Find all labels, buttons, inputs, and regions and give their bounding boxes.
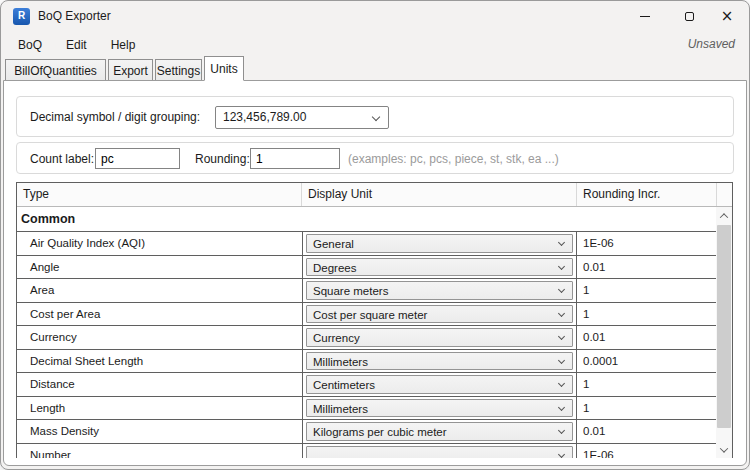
chevron-down-icon — [558, 262, 565, 269]
table-row[interactable]: Decimal Sheet Length Millimeters 0.0001 — [17, 349, 716, 373]
unsaved-status: Unsaved — [688, 37, 735, 51]
column-header-filler — [717, 183, 732, 206]
table-row[interactable]: Distance Centimeters 1 — [17, 372, 716, 396]
row-display-unit-label: Cost per square meter — [313, 309, 427, 321]
chevron-down-icon — [720, 444, 728, 452]
table-row[interactable]: Length Millimeters 1 — [17, 396, 716, 420]
row-display-unit-dropdown[interactable]: Degrees — [306, 258, 573, 277]
chevron-down-icon — [558, 333, 565, 340]
menu-boq[interactable]: BoQ — [13, 35, 47, 55]
row-display-unit-label: Degrees — [313, 262, 356, 274]
row-type[interactable]: Currency — [17, 326, 302, 349]
row-rounding[interactable]: 0.01 — [578, 420, 717, 443]
menu-edit[interactable]: Edit — [61, 35, 92, 55]
row-type[interactable]: Angle — [17, 256, 302, 279]
row-rounding[interactable]: 0.01 — [578, 326, 717, 349]
maximize-button[interactable] — [673, 1, 705, 31]
scroll-down-button[interactable] — [716, 441, 732, 458]
count-groupbox: Count label: Rounding: (examples: pc, pc… — [16, 142, 734, 174]
table-row[interactable]: Mass Density Kilograms per cubic meter 0… — [17, 419, 716, 443]
row-type[interactable]: Mass Density — [17, 420, 302, 443]
row-display-unit-dropdown[interactable]: Cost per square meter — [306, 305, 573, 324]
app-icon: R — [13, 8, 30, 25]
rounding-label: Rounding: — [195, 152, 250, 166]
decimal-grouping-combobox[interactable]: 123,456,789.00 — [215, 106, 389, 129]
maximize-icon — [685, 12, 694, 21]
minimize-button[interactable] — [629, 1, 661, 31]
decimal-grouping-value: 123,456,789.00 — [223, 110, 306, 124]
table-row[interactable]: Currency Currency 0.01 — [17, 325, 716, 349]
vertical-scrollbar[interactable] — [716, 207, 732, 458]
row-rounding[interactable]: 1E-06 — [578, 444, 717, 459]
row-display-unit-cell: Degrees — [302, 256, 577, 279]
count-label-input[interactable] — [95, 148, 180, 169]
row-rounding[interactable]: 1 — [578, 397, 717, 420]
row-display-unit-dropdown[interactable]: Square meters — [306, 281, 573, 300]
chevron-down-icon — [558, 380, 565, 387]
row-display-unit-dropdown[interactable]: Centimeters — [306, 375, 573, 394]
tab-settings[interactable]: Settings — [155, 59, 202, 81]
row-display-unit-label: Centimeters — [313, 379, 375, 391]
row-display-unit-cell: General — [302, 232, 577, 255]
column-header-rounding-incr: Rounding Incr. — [577, 183, 717, 206]
grid-header: Type Display Unit Rounding Incr. — [17, 183, 732, 207]
table-row[interactable]: Cost per Area Cost per square meter 1 — [17, 302, 716, 326]
row-display-unit-label: Kilograms per cubic meter — [313, 426, 447, 438]
row-rounding[interactable]: 0.0001 — [578, 350, 717, 373]
table-row[interactable]: Area Square meters 1 — [17, 278, 716, 302]
row-display-unit-dropdown[interactable]: Currency — [306, 328, 573, 347]
row-rounding[interactable]: 1 — [578, 279, 717, 302]
title-bar[interactable]: R BoQ Exporter × — [1, 1, 749, 31]
row-display-unit-label: Millimeters — [313, 356, 368, 368]
rounding-input[interactable] — [250, 148, 340, 169]
tab-export[interactable]: Export — [108, 59, 153, 81]
chevron-down-icon — [558, 450, 565, 457]
row-display-unit-dropdown[interactable]: Millimeters — [306, 399, 573, 418]
row-type[interactable]: Air Quality Index (AQI) — [17, 232, 302, 255]
tab-billofquantities[interactable]: BillOfQuantities — [5, 59, 106, 81]
window-title: BoQ Exporter — [38, 9, 111, 23]
row-type[interactable]: Length — [17, 397, 302, 420]
table-row[interactable]: Angle Degrees 0.01 — [17, 255, 716, 279]
units-grid: Type Display Unit Rounding Incr. Common … — [16, 182, 733, 458]
close-button[interactable]: × — [711, 1, 743, 31]
row-display-unit-cell: Millimeters — [302, 350, 577, 373]
row-display-unit-dropdown[interactable]: Millimeters — [306, 352, 573, 371]
table-row[interactable]: Number 1E-06 — [17, 443, 716, 459]
row-display-unit-cell: Cost per square meter — [302, 303, 577, 326]
row-rounding[interactable]: 0.01 — [578, 256, 717, 279]
menu-help[interactable]: Help — [106, 35, 141, 55]
row-type[interactable]: Number — [17, 444, 302, 459]
row-rounding[interactable]: 1 — [578, 303, 717, 326]
chevron-down-icon — [372, 113, 380, 121]
row-display-unit-cell — [302, 444, 577, 459]
scroll-up-button[interactable] — [716, 207, 732, 224]
decimal-grouping-label: Decimal symbol / digit grouping: — [30, 110, 200, 124]
row-display-unit-label: Square meters — [313, 285, 388, 297]
tab-strip: BillOfQuantities Export Settings Units — [1, 56, 749, 81]
row-display-unit-label: Currency — [313, 332, 360, 344]
tab-units[interactable]: Units — [204, 56, 244, 81]
row-display-unit-dropdown[interactable]: Kilograms per cubic meter — [306, 422, 573, 441]
row-type[interactable]: Cost per Area — [17, 303, 302, 326]
row-type[interactable]: Distance — [17, 373, 302, 396]
app-window: R BoQ Exporter × BoQ Edit Help Unsaved B… — [0, 0, 750, 470]
table-row[interactable]: Air Quality Index (AQI) General 1E-06 — [17, 231, 716, 255]
grid-rows: Air Quality Index (AQI) General 1E-06 An… — [17, 231, 716, 458]
column-header-type: Type — [17, 183, 302, 206]
scrollbar-thumb[interactable] — [717, 225, 731, 428]
units-tab-page: Decimal symbol / digit grouping: 123,456… — [3, 80, 747, 466]
count-examples-hint: (examples: pc, pcs, piece, st, stk, ea .… — [348, 152, 559, 166]
close-icon: × — [721, 9, 734, 24]
row-rounding[interactable]: 1E-06 — [578, 232, 717, 255]
row-type[interactable]: Area — [17, 279, 302, 302]
row-rounding[interactable]: 1 — [578, 373, 717, 396]
row-type[interactable]: Decimal Sheet Length — [17, 350, 302, 373]
row-display-unit-dropdown[interactable] — [306, 446, 573, 459]
row-display-unit-dropdown[interactable]: General — [306, 234, 573, 253]
menu-bar: BoQ Edit Help — [1, 31, 749, 58]
column-header-display-unit: Display Unit — [302, 183, 577, 206]
row-display-unit-cell: Kilograms per cubic meter — [302, 420, 577, 443]
chevron-down-icon — [558, 356, 565, 363]
chevron-down-icon — [558, 427, 565, 434]
